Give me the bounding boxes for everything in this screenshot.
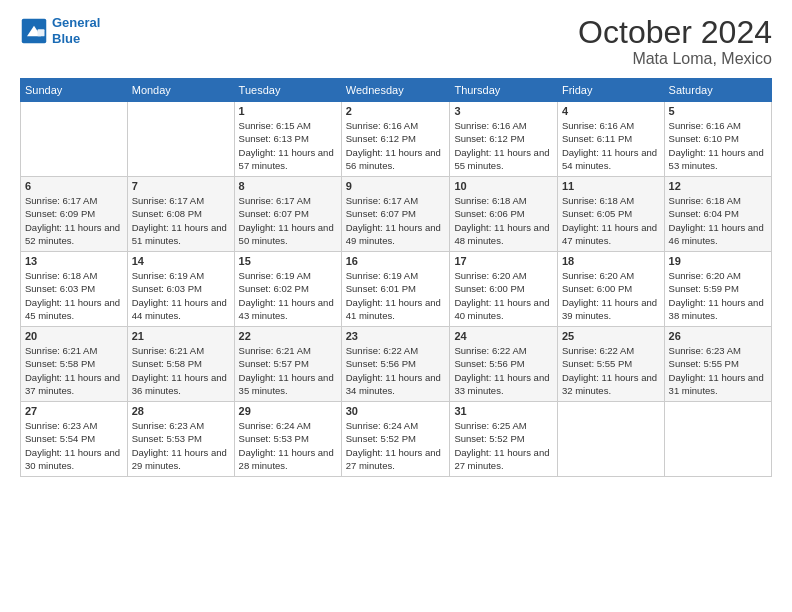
calendar-week-row: 13Sunrise: 6:18 AM Sunset: 6:03 PM Dayli… [21, 252, 772, 327]
day-number: 15 [239, 255, 337, 267]
day-number: 20 [25, 330, 123, 342]
calendar-week-row: 1Sunrise: 6:15 AM Sunset: 6:13 PM Daylig… [21, 102, 772, 177]
calendar-cell: 21Sunrise: 6:21 AM Sunset: 5:58 PM Dayli… [127, 327, 234, 402]
calendar-cell: 26Sunrise: 6:23 AM Sunset: 5:55 PM Dayli… [664, 327, 771, 402]
header: General Blue October 2024 Mata Loma, Mex… [20, 15, 772, 68]
day-number: 21 [132, 330, 230, 342]
day-number: 13 [25, 255, 123, 267]
calendar-cell: 27Sunrise: 6:23 AM Sunset: 5:54 PM Dayli… [21, 402, 128, 477]
calendar-cell: 24Sunrise: 6:22 AM Sunset: 5:56 PM Dayli… [450, 327, 558, 402]
calendar-cell: 20Sunrise: 6:21 AM Sunset: 5:58 PM Dayli… [21, 327, 128, 402]
subtitle: Mata Loma, Mexico [578, 50, 772, 68]
day-info: Sunrise: 6:23 AM Sunset: 5:54 PM Dayligh… [25, 419, 123, 472]
day-number: 30 [346, 405, 446, 417]
day-info: Sunrise: 6:18 AM Sunset: 6:04 PM Dayligh… [669, 194, 767, 247]
page: General Blue October 2024 Mata Loma, Mex… [0, 0, 792, 612]
day-number: 2 [346, 105, 446, 117]
calendar-cell: 18Sunrise: 6:20 AM Sunset: 6:00 PM Dayli… [557, 252, 664, 327]
calendar-cell: 7Sunrise: 6:17 AM Sunset: 6:08 PM Daylig… [127, 177, 234, 252]
day-info: Sunrise: 6:18 AM Sunset: 6:03 PM Dayligh… [25, 269, 123, 322]
calendar-cell [557, 402, 664, 477]
calendar-cell: 3Sunrise: 6:16 AM Sunset: 6:12 PM Daylig… [450, 102, 558, 177]
calendar-header: SundayMondayTuesdayWednesdayThursdayFrid… [21, 79, 772, 102]
day-number: 3 [454, 105, 553, 117]
logo-line2: Blue [52, 31, 80, 46]
day-number: 10 [454, 180, 553, 192]
calendar-cell: 15Sunrise: 6:19 AM Sunset: 6:02 PM Dayli… [234, 252, 341, 327]
calendar-cell: 2Sunrise: 6:16 AM Sunset: 6:12 PM Daylig… [341, 102, 450, 177]
day-number: 31 [454, 405, 553, 417]
calendar-day-header: Sunday [21, 79, 128, 102]
day-info: Sunrise: 6:20 AM Sunset: 5:59 PM Dayligh… [669, 269, 767, 322]
calendar-cell: 23Sunrise: 6:22 AM Sunset: 5:56 PM Dayli… [341, 327, 450, 402]
day-number: 19 [669, 255, 767, 267]
day-info: Sunrise: 6:21 AM Sunset: 5:58 PM Dayligh… [25, 344, 123, 397]
calendar-cell: 12Sunrise: 6:18 AM Sunset: 6:04 PM Dayli… [664, 177, 771, 252]
day-number: 12 [669, 180, 767, 192]
calendar-day-header: Tuesday [234, 79, 341, 102]
day-info: Sunrise: 6:19 AM Sunset: 6:03 PM Dayligh… [132, 269, 230, 322]
calendar-week-row: 6Sunrise: 6:17 AM Sunset: 6:09 PM Daylig… [21, 177, 772, 252]
logo: General Blue [20, 15, 100, 46]
logo-icon [20, 17, 48, 45]
logo-text: General Blue [52, 15, 100, 46]
day-info: Sunrise: 6:24 AM Sunset: 5:53 PM Dayligh… [239, 419, 337, 472]
calendar-cell: 14Sunrise: 6:19 AM Sunset: 6:03 PM Dayli… [127, 252, 234, 327]
calendar-week-row: 27Sunrise: 6:23 AM Sunset: 5:54 PM Dayli… [21, 402, 772, 477]
day-info: Sunrise: 6:23 AM Sunset: 5:55 PM Dayligh… [669, 344, 767, 397]
title-block: October 2024 Mata Loma, Mexico [578, 15, 772, 68]
svg-rect-2 [38, 29, 45, 36]
day-info: Sunrise: 6:17 AM Sunset: 6:07 PM Dayligh… [346, 194, 446, 247]
day-info: Sunrise: 6:22 AM Sunset: 5:56 PM Dayligh… [346, 344, 446, 397]
calendar-cell: 11Sunrise: 6:18 AM Sunset: 6:05 PM Dayli… [557, 177, 664, 252]
day-number: 7 [132, 180, 230, 192]
day-number: 18 [562, 255, 660, 267]
day-info: Sunrise: 6:17 AM Sunset: 6:07 PM Dayligh… [239, 194, 337, 247]
day-number: 14 [132, 255, 230, 267]
day-number: 5 [669, 105, 767, 117]
logo-line1: General [52, 15, 100, 30]
main-title: October 2024 [578, 15, 772, 50]
calendar-cell: 10Sunrise: 6:18 AM Sunset: 6:06 PM Dayli… [450, 177, 558, 252]
day-info: Sunrise: 6:19 AM Sunset: 6:02 PM Dayligh… [239, 269, 337, 322]
calendar-day-header: Wednesday [341, 79, 450, 102]
calendar-cell [21, 102, 128, 177]
calendar-cell: 25Sunrise: 6:22 AM Sunset: 5:55 PM Dayli… [557, 327, 664, 402]
day-number: 28 [132, 405, 230, 417]
calendar-cell: 9Sunrise: 6:17 AM Sunset: 6:07 PM Daylig… [341, 177, 450, 252]
calendar-cell: 22Sunrise: 6:21 AM Sunset: 5:57 PM Dayli… [234, 327, 341, 402]
calendar-cell: 16Sunrise: 6:19 AM Sunset: 6:01 PM Dayli… [341, 252, 450, 327]
day-number: 16 [346, 255, 446, 267]
day-info: Sunrise: 6:16 AM Sunset: 6:10 PM Dayligh… [669, 119, 767, 172]
calendar-day-header: Friday [557, 79, 664, 102]
day-info: Sunrise: 6:19 AM Sunset: 6:01 PM Dayligh… [346, 269, 446, 322]
calendar-cell: 17Sunrise: 6:20 AM Sunset: 6:00 PM Dayli… [450, 252, 558, 327]
calendar-week-row: 20Sunrise: 6:21 AM Sunset: 5:58 PM Dayli… [21, 327, 772, 402]
day-info: Sunrise: 6:22 AM Sunset: 5:56 PM Dayligh… [454, 344, 553, 397]
day-info: Sunrise: 6:18 AM Sunset: 6:06 PM Dayligh… [454, 194, 553, 247]
day-info: Sunrise: 6:20 AM Sunset: 6:00 PM Dayligh… [562, 269, 660, 322]
day-number: 23 [346, 330, 446, 342]
day-number: 6 [25, 180, 123, 192]
calendar-cell: 13Sunrise: 6:18 AM Sunset: 6:03 PM Dayli… [21, 252, 128, 327]
day-number: 22 [239, 330, 337, 342]
calendar-day-header: Thursday [450, 79, 558, 102]
day-info: Sunrise: 6:20 AM Sunset: 6:00 PM Dayligh… [454, 269, 553, 322]
day-number: 27 [25, 405, 123, 417]
day-info: Sunrise: 6:24 AM Sunset: 5:52 PM Dayligh… [346, 419, 446, 472]
day-number: 4 [562, 105, 660, 117]
calendar-cell: 6Sunrise: 6:17 AM Sunset: 6:09 PM Daylig… [21, 177, 128, 252]
calendar-cell: 4Sunrise: 6:16 AM Sunset: 6:11 PM Daylig… [557, 102, 664, 177]
day-info: Sunrise: 6:21 AM Sunset: 5:57 PM Dayligh… [239, 344, 337, 397]
day-number: 29 [239, 405, 337, 417]
day-number: 17 [454, 255, 553, 267]
day-info: Sunrise: 6:16 AM Sunset: 6:11 PM Dayligh… [562, 119, 660, 172]
day-info: Sunrise: 6:22 AM Sunset: 5:55 PM Dayligh… [562, 344, 660, 397]
calendar-cell: 1Sunrise: 6:15 AM Sunset: 6:13 PM Daylig… [234, 102, 341, 177]
calendar-cell: 19Sunrise: 6:20 AM Sunset: 5:59 PM Dayli… [664, 252, 771, 327]
calendar-cell: 30Sunrise: 6:24 AM Sunset: 5:52 PM Dayli… [341, 402, 450, 477]
day-number: 24 [454, 330, 553, 342]
day-number: 8 [239, 180, 337, 192]
day-info: Sunrise: 6:25 AM Sunset: 5:52 PM Dayligh… [454, 419, 553, 472]
calendar-cell: 29Sunrise: 6:24 AM Sunset: 5:53 PM Dayli… [234, 402, 341, 477]
